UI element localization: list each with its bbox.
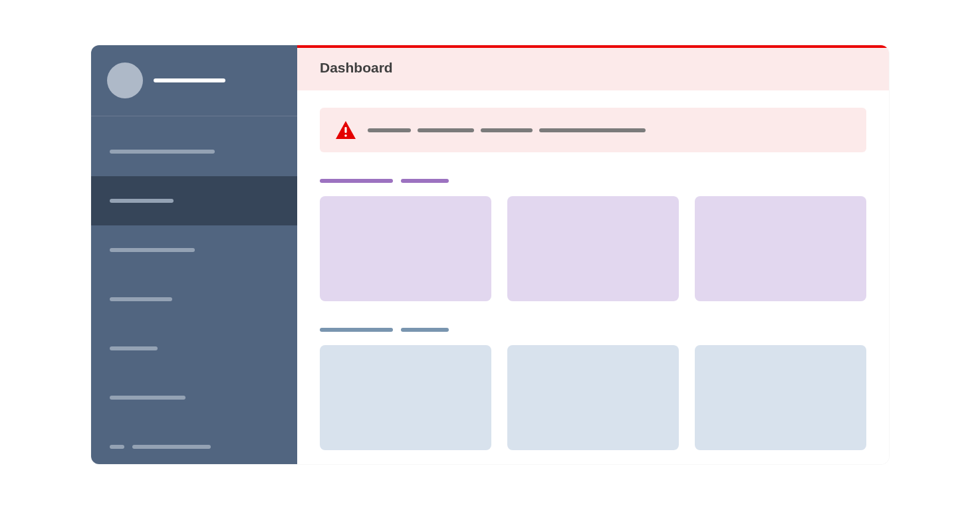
section-purple bbox=[320, 179, 866, 301]
svg-point-1 bbox=[344, 134, 347, 137]
sidebar-header bbox=[91, 45, 297, 116]
sidebar-item-label bbox=[110, 248, 195, 252]
sidebar-item-label bbox=[110, 150, 215, 154]
sidebar-item-2[interactable] bbox=[91, 225, 297, 275]
sidebar-item-label bbox=[110, 396, 185, 400]
section-header-label bbox=[401, 328, 449, 332]
card-row bbox=[320, 196, 866, 301]
alert-banner bbox=[320, 108, 866, 152]
section-blue bbox=[320, 328, 866, 450]
sidebar-item-0[interactable] bbox=[91, 127, 297, 176]
sidebar-item-3[interactable] bbox=[91, 275, 297, 324]
sidebar-item-label bbox=[110, 199, 174, 203]
sidebar-nav bbox=[91, 116, 297, 464]
svg-rect-0 bbox=[344, 127, 346, 133]
main-header: Dashboard bbox=[297, 48, 889, 90]
alert-text-segment bbox=[539, 128, 646, 132]
card[interactable] bbox=[507, 196, 679, 301]
sidebar bbox=[91, 45, 297, 464]
alert-text-segment bbox=[368, 128, 411, 132]
section-header-label bbox=[320, 179, 393, 183]
sidebar-item-5[interactable] bbox=[91, 373, 297, 422]
section-header-label bbox=[401, 179, 449, 183]
section-header bbox=[320, 179, 866, 183]
alert-text-segment bbox=[418, 128, 474, 132]
page-title: Dashboard bbox=[320, 60, 866, 76]
card[interactable] bbox=[507, 345, 679, 450]
card[interactable] bbox=[320, 196, 491, 301]
alert-text bbox=[368, 128, 646, 132]
sidebar-item-6[interactable] bbox=[91, 422, 297, 464]
section-header bbox=[320, 328, 866, 332]
card[interactable] bbox=[695, 345, 866, 450]
warning-triangle-icon bbox=[336, 121, 356, 139]
sidebar-item-label bbox=[110, 297, 172, 301]
user-name bbox=[154, 78, 225, 82]
sidebar-item-label bbox=[132, 445, 211, 449]
sidebar-item-label bbox=[110, 346, 158, 350]
card-row bbox=[320, 345, 866, 450]
card[interactable] bbox=[695, 196, 866, 301]
sidebar-item-1[interactable] bbox=[91, 176, 297, 225]
card[interactable] bbox=[320, 345, 491, 450]
alert-text-segment bbox=[481, 128, 533, 132]
sidebar-item-4[interactable] bbox=[91, 324, 297, 373]
section-header-label bbox=[320, 328, 393, 332]
content bbox=[297, 90, 889, 464]
avatar[interactable] bbox=[107, 63, 143, 98]
app-window: Dashboard bbox=[91, 45, 889, 464]
nav-item-icon bbox=[110, 445, 124, 449]
main: Dashboard bbox=[297, 45, 889, 464]
